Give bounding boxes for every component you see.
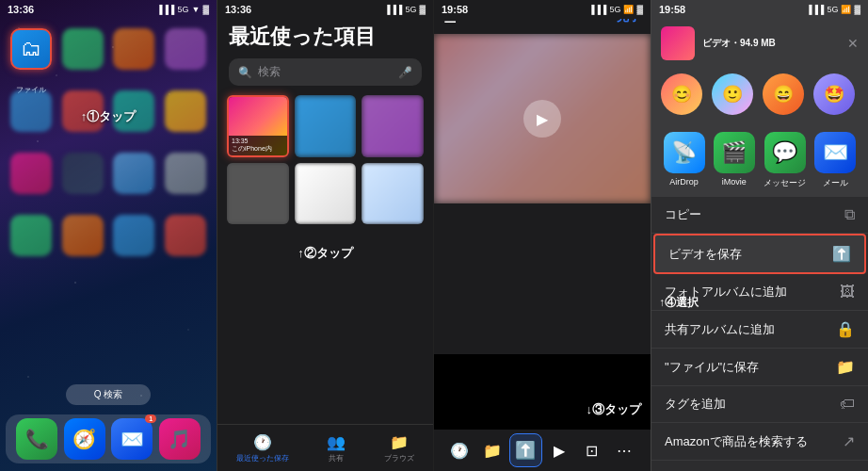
play-button[interactable]: ▶	[523, 100, 561, 138]
app-grid: 🗂 ファイル	[9, 28, 207, 269]
app-wrapper-8	[164, 90, 208, 145]
app-icon-14[interactable]	[62, 215, 104, 256]
search-text: 検索	[258, 64, 281, 80]
contact-avatar-1[interactable]: 😊	[661, 73, 702, 115]
app-icon-11[interactable]	[113, 153, 154, 194]
status-icons-panel4: ▐▐▐ 5G 📶 ▓	[806, 5, 860, 14]
tab-recent[interactable]: 🕐 最近使った保存	[236, 433, 289, 463]
status-bar-panel3: 19:58 ▐▐▐ 5G 📶 ▓	[434, 0, 651, 19]
recent-item-6[interactable]	[362, 163, 424, 225]
share-app-mail[interactable]: ✉️ メール	[814, 132, 856, 189]
messages-icon: 💬	[764, 132, 806, 173]
share-app-messages[interactable]: 💬 メッセージ	[764, 132, 806, 189]
recent-item-info: 13:35 このiPhone内	[229, 136, 287, 155]
home-search-bar[interactable]: Q 検索	[66, 384, 151, 405]
action-amazon[interactable]: Amazonで商品を検索する ↗	[651, 423, 868, 461]
signal-icon: ▐▐▐	[156, 5, 174, 14]
recent-item-4[interactable]	[227, 163, 289, 225]
app-icon-4[interactable]	[165, 28, 206, 70]
app-icon-8[interactable]	[165, 90, 206, 132]
share-button[interactable]: ⬆️	[509, 433, 542, 467]
network-type: 5G	[178, 5, 189, 14]
app-icon-2[interactable]	[62, 28, 104, 70]
tab-shared[interactable]: 👥 共有	[327, 433, 346, 463]
action-save-files[interactable]: "ファイル"に保存 📁	[651, 349, 868, 386]
dock-music[interactable]: 🎵	[159, 418, 201, 460]
share-apps-row: 📡 AirDrop 🎬 iMovie 💬 メッセージ ✉️ メール	[651, 122, 868, 197]
contact-avatar-3[interactable]: 😄	[763, 73, 804, 115]
files-app-icon[interactable]: 🗂	[10, 28, 52, 70]
doc-thumbnail-2	[295, 95, 357, 157]
app-icon-9[interactable]	[10, 153, 52, 194]
status-bar-panel4: 19:58 ▐▐▐ 5G 📶 ▓	[651, 0, 868, 19]
status-icons-panel1: ▐▐▐ 5G ▼ ▓	[156, 5, 209, 14]
action-save-video[interactable]: ビデオを保存 ⬆️	[653, 234, 866, 274]
dock-phone[interactable]: 📞	[16, 418, 57, 460]
recent-item-2[interactable]	[295, 95, 357, 157]
app-icon-3[interactable]	[113, 28, 154, 70]
panel-files-app: 13:36 ▐▐▐ 5G ▓ 最近使った項目 🔍 検索 🎤 13:35 このiP…	[217, 0, 433, 471]
photo-album-icon: 🖼	[840, 284, 855, 300]
share-app-airdrop[interactable]: 📡 AirDrop	[664, 132, 705, 189]
app-icon-12[interactable]	[165, 153, 206, 194]
app-wrapper-12	[164, 153, 208, 207]
doc-thumbnail-5	[295, 163, 357, 225]
app-wrapper-14	[61, 215, 105, 269]
app-wrapper-files[interactable]: 🗂 ファイル	[9, 28, 54, 83]
tab-recent-btn[interactable]: 🕐	[443, 433, 476, 467]
recent-grid: 13:35 このiPhone内	[217, 95, 433, 224]
crop-btn[interactable]: ⊡	[575, 433, 608, 467]
app-icon-5[interactable]	[10, 90, 52, 132]
action-shared-album-label: 共有アルバムに追加	[665, 321, 775, 338]
video-title: ビデオ・94.9 MB	[702, 37, 840, 50]
app-icon-10[interactable]	[62, 153, 104, 194]
app-icon-15[interactable]	[113, 215, 154, 256]
panel-video-player: 19:58 ▐▐▐ 5G 📶 ▓ ☰ ••• 完了 ▶ 🕐 📁 ⬆️	[433, 0, 651, 471]
time-panel1: 13:36	[8, 4, 34, 15]
contact-avatar-4[interactable]: 🤩	[813, 73, 855, 115]
video-info-area	[434, 203, 651, 354]
action-izip[interactable]: iZipにコピー 📦	[651, 461, 868, 471]
app-icon-16[interactable]	[165, 215, 206, 256]
tab-browse[interactable]: 📁 ブラウズ	[384, 433, 414, 463]
folder-icon: 🗂	[21, 37, 41, 61]
app-icon-13[interactable]	[10, 215, 52, 256]
tag-icon: 🏷	[840, 396, 855, 413]
share-header: ビデオ・94.9 MB ✕	[651, 19, 868, 66]
amazon-icon: ↗	[843, 432, 855, 450]
action-copy-label: コピー	[665, 206, 701, 223]
play-icon: ▶	[554, 442, 565, 460]
action-save-files-label: "ファイル"に保存	[665, 359, 759, 376]
share-app-imovie[interactable]: 🎬 iMovie	[714, 132, 755, 189]
dots-icon: ⋯	[617, 442, 632, 460]
video-action-bar: 🕐 📁 ⬆️ ▶ ⊡ ⋯	[434, 430, 651, 471]
doc-thumbnail-6	[362, 163, 424, 225]
app-wrapper-16	[164, 215, 208, 269]
annotation-1: ↑①タップ	[81, 108, 137, 125]
action-add-tag[interactable]: タグを追加 🏷	[651, 386, 868, 423]
recent-item-3[interactable]	[362, 95, 424, 157]
time-panel4: 19:58	[659, 4, 685, 15]
imovie-icon: 🎬	[714, 132, 755, 173]
close-button[interactable]: ✕	[847, 36, 859, 51]
network-type-3: 5G	[609, 5, 620, 14]
app-wrapper-15	[112, 215, 156, 269]
more-btn[interactable]: ⋯	[608, 433, 641, 467]
action-shared-album[interactable]: 共有アルバムに追加 🔒	[651, 311, 868, 349]
status-bar-panel1: 13:36 ▐▐▐ 5G ▼ ▓	[0, 0, 217, 19]
tab-folder-btn[interactable]: 📁	[476, 433, 509, 467]
files-search-bar[interactable]: 🔍 検索 🎤	[229, 58, 422, 86]
contact-avatar-2[interactable]: 🙂	[712, 73, 753, 115]
recent-item-video[interactable]: 13:35 このiPhone内	[227, 95, 289, 157]
dock-safari[interactable]: 🧭	[64, 418, 105, 460]
wifi-icon-4: 📶	[841, 5, 851, 14]
app-wrapper-10	[61, 153, 105, 207]
play-btn-bar[interactable]: ▶	[542, 433, 575, 467]
recent-item-5[interactable]	[295, 163, 357, 225]
search-icon: 🔍	[238, 66, 252, 79]
action-copy[interactable]: コピー ⧉	[651, 197, 868, 234]
app-wrapper-2	[61, 28, 105, 83]
battery-icon-3: ▓	[636, 5, 643, 14]
mic-icon: 🎤	[398, 66, 412, 79]
dock-mail[interactable]: ✉️ 1	[111, 418, 153, 460]
